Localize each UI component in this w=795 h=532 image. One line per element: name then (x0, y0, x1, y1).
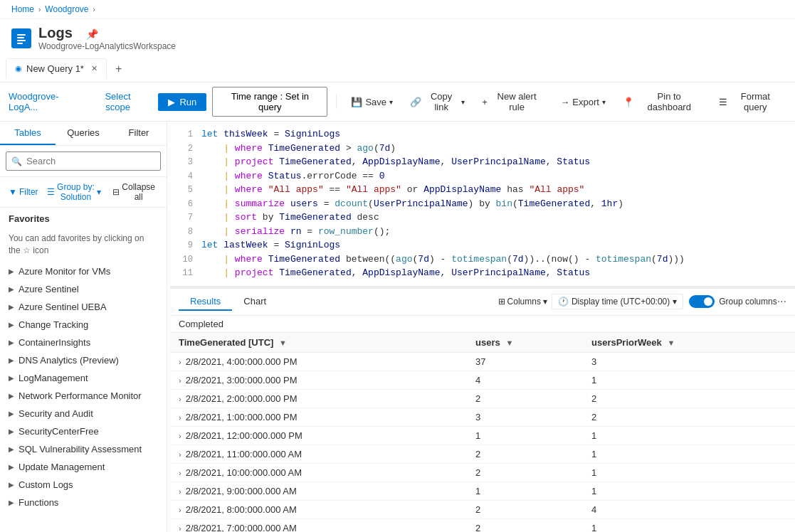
breadcrumb: Home › Woodgrove › (0, 0, 795, 19)
group-columns-toggle[interactable] (689, 295, 715, 308)
prior-filter-icon[interactable]: ▼ (667, 339, 675, 347)
pin-icon[interactable]: 📌 (86, 28, 98, 40)
sidebar-item-log-management[interactable]: ▶ LogManagement (0, 369, 167, 387)
run-button[interactable]: ▶ Run (158, 93, 206, 111)
export-button[interactable]: → Export ▾ (554, 93, 611, 111)
cell-users: 37 (467, 352, 583, 371)
status-bar: Completed (170, 316, 795, 333)
sidebar-item-network-perf[interactable]: ▶ Network Performance Monitor (0, 387, 167, 405)
table-row: ›2/8/2021, 4:00:000.000 PM 37 3 (170, 352, 795, 371)
cell-prior: 1 (583, 463, 795, 482)
row-expand-icon[interactable]: › (179, 469, 181, 477)
sidebar-item-functions[interactable]: ▶ Functions (0, 494, 167, 511)
cell-time: ›2/8/2021, 11:00:000.000 AM (170, 445, 467, 463)
clock-icon: 🕐 (558, 297, 569, 307)
alert-icon: + (482, 97, 488, 107)
workspace-label[interactable]: Woodgrove-LogA... (9, 91, 83, 112)
results-tabs-row: Results Chart ⊞ Columns ▾ 🕐 Display time… (170, 289, 795, 316)
cell-users: 2 (467, 445, 583, 463)
export-icon: → (560, 97, 569, 107)
more-options-button[interactable]: ··· (777, 295, 786, 308)
row-expand-icon[interactable]: › (179, 487, 181, 496)
copy-chevron: ▾ (461, 98, 465, 106)
content-area: 1 let thisWeek = SigninLogs 2 | where Ti… (170, 122, 795, 532)
row-expand-icon[interactable]: › (179, 432, 181, 440)
columns-icon: ⊞ (498, 297, 505, 307)
time-filter-icon[interactable]: ▼ (279, 339, 287, 347)
sidebar-item-security-center[interactable]: ▶ SecurityCenterFree (0, 422, 167, 440)
sidebar-item-sql-vuln[interactable]: ▶ SQL Vulnerability Assessment (0, 440, 167, 458)
row-expand-icon[interactable]: › (179, 358, 181, 366)
tab-close-icon[interactable]: ✕ (91, 64, 98, 73)
columns-button[interactable]: ⊞ Columns ▾ (494, 294, 552, 309)
sidebar-item-change-tracking[interactable]: ▶ Change Tracking (0, 316, 167, 334)
table-row: ›2/8/2021, 12:00:000.000 PM 1 1 (170, 426, 795, 445)
time-range-button[interactable]: Time range : Set in query (212, 87, 327, 117)
sidebar-item-custom-logs[interactable]: ▶ Custom Logs (0, 476, 167, 494)
sidebar-item-azure-sentinel-ueba[interactable]: ▶ Azure Sentinel UEBA (0, 298, 167, 316)
table-row: ›2/8/2021, 11:00:000.000 AM 2 1 (170, 445, 795, 463)
sidebar-item-update-mgmt[interactable]: ▶ Update Management (0, 458, 167, 476)
arrow-icon: ▶ (9, 499, 14, 506)
main-layout: Tables Queries Filter 🔍 ▼ Filter ☰ Group… (0, 122, 795, 532)
breadcrumb-woodgrove[interactable]: Woodgrove (45, 4, 88, 14)
sidebar-item-azure-sentinel[interactable]: ▶ Azure Sentinel (0, 280, 167, 298)
sidebar-item-container-insights[interactable]: ▶ ContainerInsights (0, 334, 167, 351)
cell-time: ›2/8/2021, 2:00:000.000 PM (170, 389, 467, 408)
results-table-wrapper: TimeGenerated [UTC] ▼ users ▼ usersPrior… (170, 333, 795, 533)
sidebar-tab-tables[interactable]: Tables (0, 122, 56, 145)
sidebar-item-dns-analytics[interactable]: ▶ DNS Analytics (Preview) (0, 351, 167, 369)
arrow-icon: ▶ (9, 445, 14, 453)
cell-users: 2 (467, 518, 583, 532)
breadcrumb-home[interactable]: Home (11, 4, 34, 14)
new-alert-button[interactable]: + New alert rule (476, 87, 549, 116)
row-expand-icon[interactable]: › (179, 450, 181, 459)
svg-rect-2 (17, 40, 26, 41)
code-line-5: 5 | where "All apps" == "All apps" or Ap… (170, 183, 795, 197)
collapse-all-button[interactable]: ⊟ Collapse all (107, 180, 161, 204)
code-line-1: 1 let thisWeek = SigninLogs (170, 127, 795, 142)
row-expand-icon[interactable]: › (179, 413, 181, 422)
code-editor[interactable]: 1 let thisWeek = SigninLogs 2 | where Ti… (170, 122, 795, 287)
second-toolbar: Woodgrove-LogA... Select scope ▶ Run Tim… (0, 83, 795, 122)
filter-button[interactable]: ▼ Filter (6, 185, 41, 199)
select-scope-button[interactable]: Select scope (89, 90, 147, 114)
cell-prior: 2 (583, 408, 795, 426)
group-by-button[interactable]: ☰ Group by: Solution ▾ (44, 180, 105, 204)
row-expand-icon[interactable]: › (179, 395, 181, 403)
svg-rect-0 (17, 34, 26, 36)
cell-prior: 1 (583, 371, 795, 389)
sidebar-tab-filter[interactable]: Filter (111, 122, 167, 145)
format-query-button[interactable]: ☰ Format query (713, 87, 786, 116)
row-expand-icon[interactable]: › (179, 376, 181, 385)
row-expand-icon[interactable]: › (179, 506, 181, 514)
code-line-8: 8 | serialize rn = row_number(); (170, 225, 795, 239)
results-tab-results[interactable]: Results (179, 293, 232, 311)
cell-users: 2 (467, 500, 583, 518)
sidebar-item-azure-monitor-vms[interactable]: ▶ Azure Monitor for VMs (0, 262, 167, 280)
col-header-users: users ▼ (467, 333, 583, 353)
cell-time: ›2/8/2021, 10:00:000.000 AM (170, 463, 467, 482)
copy-link-button[interactable]: 🔗 Copy link ▾ (404, 87, 470, 116)
search-input[interactable] (6, 151, 161, 171)
display-time-button[interactable]: 🕐 Display time (UTC+00:00) ▾ (552, 294, 683, 309)
save-icon: 💾 (351, 97, 362, 107)
cell-prior: 1 (583, 482, 795, 500)
pin-dashboard-button[interactable]: 📍 Pin to dashboard (617, 87, 707, 116)
table-row: ›2/8/2021, 2:00:000.000 PM 2 2 (170, 389, 795, 408)
save-button[interactable]: 💾 Save ▾ (345, 93, 399, 111)
row-expand-icon[interactable]: › (179, 524, 181, 533)
sidebar-tab-queries[interactable]: Queries (56, 122, 111, 145)
results-tab-chart[interactable]: Chart (232, 293, 278, 311)
sidebar-item-security-audit[interactable]: ▶ Security and Audit (0, 405, 167, 422)
sidebar-tabs: Tables Queries Filter (0, 122, 167, 146)
query-tab-active[interactable]: ◉ New Query 1* ✕ (6, 58, 107, 79)
group-chevron: ▾ (97, 187, 101, 197)
page-subtitle: Woodgrove-LogAnalyticsWorkspace (38, 41, 176, 51)
col-header-prior: usersPriorWeek ▼ (583, 333, 795, 353)
users-filter-icon[interactable]: ▼ (505, 339, 513, 347)
cell-users: 2 (467, 389, 583, 408)
cell-time: ›2/8/2021, 1:00:000.000 PM (170, 408, 467, 426)
cell-prior: 4 (583, 500, 795, 518)
new-tab-button[interactable]: + (110, 60, 127, 78)
